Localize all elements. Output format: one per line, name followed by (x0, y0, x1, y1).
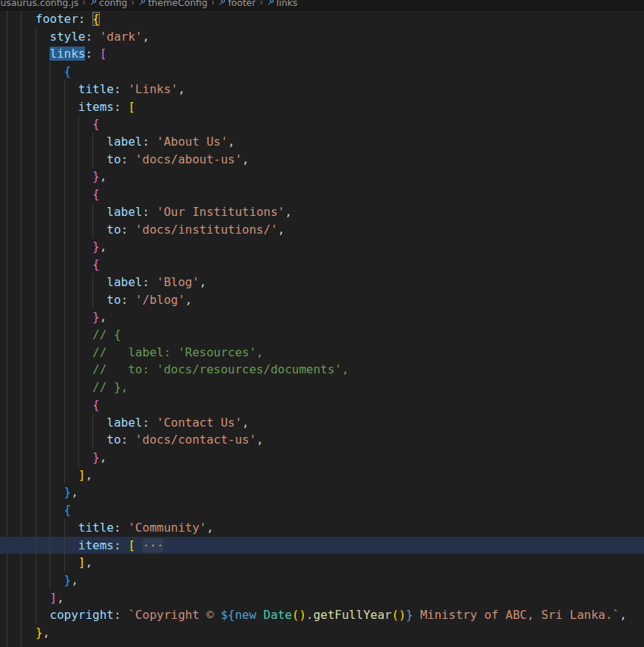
breadcrumb-item-footer[interactable]: footer (218, 0, 255, 8)
indent-guide (64, 379, 65, 396)
code-line[interactable]: { (0, 186, 644, 203)
code-token: getFullYear (313, 608, 392, 622)
indent-guide (64, 115, 65, 133)
code-line[interactable]: // label: 'Resources', (0, 344, 644, 362)
code-token: ${ (220, 608, 234, 622)
code-line[interactable]: { (0, 501, 644, 519)
code-token: , (278, 223, 285, 237)
code-token: , (242, 152, 249, 166)
indent-guide (35, 554, 36, 572)
code-line[interactable]: }, (0, 308, 644, 326)
indent-guide (50, 186, 50, 203)
indent-guide (78, 274, 79, 291)
code-token: , (100, 450, 107, 464)
code-line[interactable]: title: 'Links', (0, 81, 644, 98)
code-token: , (242, 416, 249, 430)
code-token: , (85, 468, 92, 482)
code-token: '/blog' (135, 293, 185, 307)
code-token: label (106, 135, 142, 149)
indent-guide (50, 431, 50, 449)
code-line[interactable]: copyright: `Copyright © ${new Date().get… (0, 606, 644, 624)
code-token: : (143, 205, 157, 219)
code-token: : (143, 275, 157, 289)
code-line[interactable]: to: 'docs/institutions/', (0, 221, 644, 239)
indent-guide (35, 484, 36, 501)
indent-guide (50, 379, 50, 396)
code-line[interactable]: }, (0, 449, 644, 467)
breadcrumb: docusaurus.config.js ›config›themeConfig… (0, 0, 644, 10)
indent-guide (64, 326, 65, 344)
code-token: : (114, 608, 128, 622)
code-line[interactable]: // to: 'docs/resources/documents', (0, 361, 644, 379)
breadcrumb-file[interactable]: docusaurus.config.js (0, 0, 78, 8)
indent-guide (35, 115, 36, 133)
code-line[interactable]: // { (0, 326, 644, 344)
indent-guide (35, 168, 36, 186)
code-line[interactable]: label: 'Our Institutions', (0, 203, 644, 221)
code-token: to (106, 223, 121, 237)
indent-guide (50, 168, 50, 186)
code-line[interactable]: // }, (0, 379, 644, 396)
breadcrumb-separator: › (81, 0, 87, 7)
code-line[interactable]: ], (0, 554, 644, 572)
indent-guide (50, 467, 50, 484)
code-token: , (257, 433, 264, 447)
code-line[interactable]: { (0, 396, 644, 414)
code-line[interactable]: to: '/blog', (0, 291, 644, 309)
indent-guide (92, 274, 93, 291)
code-token: Date (263, 608, 292, 622)
indent-guide (78, 326, 79, 344)
indent-guide (64, 467, 65, 484)
code-line-highlighted[interactable]: items: [ ··· (0, 537, 644, 555)
code-line[interactable]: }, (0, 624, 644, 642)
indent-guide (78, 186, 79, 203)
code-line[interactable]: to: 'docs/about-us', (0, 151, 644, 169)
code-token: 'Contact Us' (157, 416, 243, 430)
code-line[interactable]: }, (0, 238, 644, 256)
code-line[interactable]: }, (0, 572, 644, 589)
indent-guide (35, 308, 36, 326)
indent-guide (50, 396, 50, 414)
code-line[interactable]: items: [ (0, 98, 644, 116)
code-line[interactable]: links: [ (0, 45, 644, 63)
indent-guide (35, 256, 36, 274)
indent-guide (64, 431, 65, 449)
indent-guide (35, 379, 36, 396)
code-line[interactable]: { (0, 256, 644, 274)
code-token: : (85, 47, 99, 61)
indent-guide (64, 151, 65, 169)
code-line[interactable]: ], (0, 467, 644, 484)
code-line[interactable]: label: 'About Us', (0, 133, 644, 151)
indent-guide (35, 326, 36, 344)
indent-guide (50, 115, 50, 133)
code-line[interactable]: { (0, 115, 644, 133)
code-line[interactable]: label: 'Contact Us', (0, 414, 644, 432)
indent-guide (64, 274, 65, 291)
indent-guide (35, 431, 36, 449)
breadcrumb-item-links[interactable]: links (267, 0, 298, 8)
breadcrumb-item-config[interactable]: config (89, 0, 127, 8)
indent-guide (50, 81, 50, 98)
code-token: , (200, 275, 207, 289)
code-line[interactable]: ], (0, 589, 644, 607)
code-token: ] (78, 555, 86, 569)
code-line[interactable]: label: 'Blog', (0, 274, 644, 291)
indent-guide (50, 501, 50, 519)
code-line[interactable]: title: 'Community', (0, 519, 644, 537)
code-token: ] (78, 468, 86, 482)
code-line[interactable]: }, (0, 168, 644, 186)
folded-code-ellipsis[interactable]: ··· (143, 538, 164, 552)
code-line[interactable]: footer: { (0, 10, 644, 28)
code-token: title (78, 521, 114, 535)
indent-guide (50, 256, 50, 274)
code-line[interactable]: { (0, 63, 644, 81)
code-token: : (121, 433, 135, 447)
code-line[interactable]: }, (0, 484, 644, 501)
breadcrumb-item-themeconfig[interactable]: themeConfig (138, 0, 208, 8)
code-line[interactable]: style: 'dark', (0, 28, 644, 46)
code-line[interactable]: to: 'docs/contact-us', (0, 431, 644, 449)
code-area[interactable]: footer: {style: 'dark',links: [{title: '… (0, 10, 644, 647)
code-token: : (121, 152, 135, 166)
indent-guide (50, 414, 50, 432)
code-token: Ministry of ABC, Sri Lanka.` (413, 608, 620, 622)
